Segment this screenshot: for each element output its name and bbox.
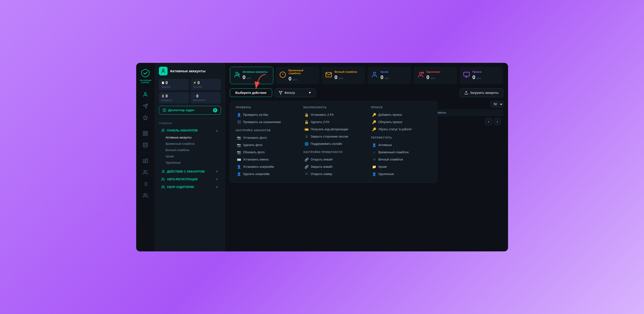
sidebar-item-database[interactable] (140, 140, 150, 150)
tab-proxy[interactable]: Прокси 0 pcs (460, 67, 503, 84)
dropdown-item-open-phone[interactable]: 👁 Открыть номер (304, 170, 364, 178)
dropdown-item-set-names[interactable]: 🪪 Установить имена (236, 156, 296, 163)
svg-rect-6 (144, 134, 145, 135)
audience-expand-icon: ▼ (216, 185, 218, 189)
tab-archive[interactable]: Архив 0 pcs (368, 67, 411, 84)
left-panel: Активные аккаунты 📋 0 заданий ⚡ 0 потоко… (155, 63, 225, 251)
tab-deleted-label: Удаленные (426, 70, 440, 73)
dropdown-item-set-2fa[interactable]: 🔒 Установить 2-FA (304, 111, 364, 118)
svg-rect-9 (146, 159, 148, 163)
tab-spam-temp[interactable]: Временный спамблок 0 pcs (276, 67, 319, 84)
toolbar-row: Выберите действие Фильтр ▼ Загрузить акк… (225, 87, 508, 99)
dropdown-item-remove-status[interactable]: 🔑 Убрать статус 'в работе' (371, 126, 432, 133)
sidebar-item-audience[interactable]: СБОР АУДИТОРИИ ▼ (159, 183, 221, 191)
dropdown-item-move-deleted[interactable]: 👤 Удаленные (371, 170, 432, 178)
dropdown-item-set-username[interactable]: 👤 Установить юзернейм (236, 163, 296, 170)
close-sessions-label: Закрыть сторонние сессии (311, 135, 348, 138)
dropdown-col-3: ПРОКСИ 🔑 Добавить прокси 🔑 Обнулить прок… (371, 106, 432, 178)
svg-point-0 (144, 92, 146, 94)
set-username-icon: 👤 (237, 165, 241, 169)
autoreg-icon (161, 177, 165, 181)
dropdown-item-upd-photo[interactable]: 📷 Обновить фото (236, 149, 296, 156)
close-invite-icon: 🔗 (304, 165, 309, 169)
dropdown-item-close-sessions[interactable]: 🖥 Закрыть сторонние сессии (304, 133, 364, 140)
svg-point-24 (162, 170, 164, 171)
sidebar-item-tools[interactable] (140, 129, 150, 138)
tab-archive-count-row: 0 pcs (380, 74, 389, 81)
sidebar-item-account-action[interactable]: ДЕЙСТВИЕ С АККАУНТОМ ▼ (159, 168, 221, 175)
tab-deleted-count: 0 (426, 74, 429, 80)
sidebar-item-group1[interactable] (140, 156, 150, 166)
filter-button[interactable]: Фильтр ▼ (274, 89, 316, 97)
dropdown-item-del-photo[interactable]: 📷 Удалить фото (236, 141, 296, 149)
action-button[interactable]: Выберите действие (230, 89, 272, 97)
stat-streams-value: 0 (198, 81, 200, 85)
tab-spam-temp-icon (280, 71, 286, 80)
dropdown-item-check-limit[interactable]: 🖼 Проверить на ограничение (236, 118, 296, 126)
sidebar-item-autoreg[interactable]: АВТО-РЕГИСТРАЦИЯ ▼ (159, 175, 221, 183)
del-photo-label: Удалить фото (243, 143, 263, 147)
stat-card-done: ✓ 0 выполнено (191, 92, 221, 104)
audience-label: СБОР АУДИТОРИИ (167, 185, 194, 189)
prev-page-button[interactable]: ‹ (485, 118, 492, 125)
tab-proxy-count: 0 (472, 74, 475, 80)
dropdown-item-get-code[interactable]: 💳 Получить код авторизации (304, 126, 364, 133)
sidebar-item-list[interactable] (140, 179, 150, 189)
done-icon: ✓ (193, 95, 195, 98)
dropdown-item-move-archive[interactable]: 📁 Архив (371, 163, 432, 170)
tab-proxy-unit: pcs (477, 77, 481, 80)
col-additives: Additives (434, 111, 501, 114)
sidebar-item-people[interactable] (140, 191, 150, 200)
check-limit-label: Проверить на ограничение (243, 120, 281, 124)
sidebar-item-accounts-panel[interactable]: ПАНЕЛЬ АККАУНТОВ ▲ (159, 127, 221, 134)
sidebar-item-send[interactable] (140, 101, 150, 111)
stat-done-value: 0 (196, 94, 198, 98)
sidebar-item-accounts[interactable] (140, 90, 150, 99)
task-manager-label: Диспетчер задач (168, 108, 194, 112)
dropdown-col-2: БЕЗОПАСНОСТЬ 🔒 Установить 2-FA 🔓 Удалить… (304, 106, 364, 178)
stat-card-tasks: 📋 0 заданий (159, 79, 189, 90)
dropdown-item-open-invite[interactable]: 🔗 Открыть инвайт (304, 156, 364, 163)
move-spam-perm-icon: ✉ (372, 158, 376, 161)
logo-icon (140, 68, 151, 78)
dropdown-item-move-active[interactable]: 👤 Активные (371, 141, 432, 149)
dropdown-item-check-ban[interactable]: 👤 Проверить на бан (236, 111, 296, 118)
nav-sub-active-accounts[interactable]: Активные аккаунты (159, 134, 221, 141)
dropdown-item-reset-proxy[interactable]: 🔑 Обнулить прокси (371, 118, 432, 126)
del-2fa-icon: 🔓 (304, 120, 309, 124)
filter-icon (279, 91, 282, 95)
nav-sub-spam-temp[interactable]: Временный спамблок (159, 141, 221, 147)
nav-sub-spam-perm[interactable]: Вечный спамблок (159, 147, 221, 153)
sidebar-item-premium[interactable] (140, 113, 150, 123)
dropdown-item-close-invite[interactable]: 🔗 Закрыть инвайт (304, 163, 364, 170)
page-size-select[interactable]: 50 (491, 101, 503, 107)
open-invite-icon: 🔗 (304, 158, 309, 161)
tab-spam-perm-icon (325, 71, 332, 80)
tab-active-accounts[interactable]: Активные аккаунты 0 pcs (230, 67, 273, 84)
section-title-security: БЕЗОПАСНОСТЬ (304, 106, 364, 109)
tab-deleted-info: Удаленные 0 pcs (426, 70, 440, 81)
del-username-icon: 👤 (237, 172, 241, 176)
dropdown-item-add-proxy[interactable]: 🔑 Добавить прокси (371, 111, 432, 118)
dropdown-item-move-spam-perm[interactable]: ✉ Вечный спамблок (371, 156, 432, 163)
tab-deleted[interactable]: Удаленные 0 pcs (414, 67, 457, 84)
task-manager-button[interactable]: Диспетчер задач 0 (159, 106, 221, 115)
tab-active-icon (234, 71, 240, 80)
sidebar-item-group2[interactable] (140, 168, 150, 177)
upload-button[interactable]: Загрузить аккаунты (460, 89, 503, 97)
dropdown-item-set-photo[interactable]: 📷 Установить фото (236, 134, 296, 141)
nav-sub-archive[interactable]: Архив (159, 153, 221, 160)
next-page-button[interactable]: › (494, 118, 501, 125)
tab-spam-perm[interactable]: Вечный спамблок 0 pcs (322, 67, 365, 84)
dropdown-item-move-spam-temp[interactable]: ⚠ Временный спамблок (371, 149, 432, 156)
dropdown-item-del-username[interactable]: 👤 Удалить юзернейм (236, 170, 296, 178)
tab-proxy-icon (463, 71, 470, 80)
nav-sub-deleted[interactable]: Удаленные (159, 160, 221, 166)
add-proxy-label: Добавить прокси (378, 113, 402, 117)
dropdown-item-del-2fa[interactable]: 🔓 Удалить 2-FA (304, 118, 364, 126)
svg-point-29 (236, 72, 238, 74)
move-deleted-label: Удаленные (378, 172, 394, 176)
tab-proxy-count-row: 0 pcs (472, 74, 482, 81)
dropdown-item-keep-online[interactable]: 🌐 Поддерживать онлайн (304, 140, 364, 147)
tab-active-count: 0 (243, 74, 246, 80)
